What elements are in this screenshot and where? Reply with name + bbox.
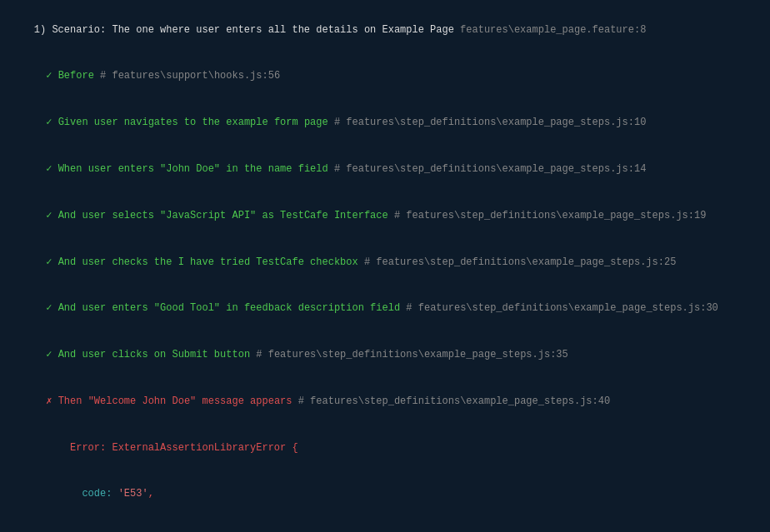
before-filepath: # features\support\hooks.js:56: [100, 70, 280, 82]
error-code-key: code:: [34, 488, 118, 500]
step-5-line: ✓ And user enters "Good Tool" in feedbac…: [10, 286, 760, 332]
error-code-line: code: 'E53',: [10, 471, 760, 518]
step-3-line: ✓ And user selects "JavaScript API" as T…: [10, 192, 760, 239]
error-code-comma: ,: [148, 488, 154, 500]
step-1-filepath: # features\step_definitions\example_page…: [334, 117, 646, 128]
step-2-filepath: # features\step_definitions\example_page…: [334, 163, 646, 175]
step-4-line: ✓ And user checks the I have tried TestC…: [10, 239, 760, 286]
scenario-number: 1) Scenario: The one where user enters a…: [34, 24, 460, 36]
step-1-line: ✓ Given user navigates to the example fo…: [10, 100, 760, 147]
step-5-rest: in feedback description field: [220, 302, 406, 314]
step-fail-filepath: # features\step_definitions\example_page…: [298, 395, 610, 407]
step-4-filepath: # features\step_definitions\example_page…: [364, 256, 676, 268]
error-code-val: 'E53': [118, 488, 148, 500]
step-2-line: ✓ When user enters "John Doe" in the nam…: [10, 146, 760, 192]
step-2-quote1: "John Doe": [160, 163, 220, 175]
cross-icon: ✗ Then: [34, 395, 88, 407]
error-label-text: Error: ExternalAssertionLibraryError {: [34, 442, 298, 454]
check-icon: ✓ Before: [34, 70, 100, 82]
step-fail-line: ✗ Then "Welcome John Doe" message appear…: [10, 378, 760, 425]
step-5-filepath: # features\step_definitions\example_page…: [406, 302, 718, 314]
step-3-quote: "JavaScript API": [160, 210, 256, 221]
step-6-filepath: # features\step_definitions\example_page…: [256, 349, 568, 360]
step-6-check: ✓ And user clicks on Submit button: [34, 349, 256, 360]
step-3-check: ✓ And user selects: [34, 210, 160, 221]
step-2-check: ✓ When user enters: [34, 163, 160, 175]
step-2-rest: in the name field: [220, 163, 334, 175]
step-before-line: ✓ Before # features\support\hooks.js:56: [10, 53, 760, 100]
step-1-check: ✓ Given user navigates to the example fo…: [34, 117, 334, 128]
step-3-rest: as TestCafe Interface: [256, 210, 394, 221]
step-fail-rest: message appears: [196, 395, 298, 407]
step-5-quote: "Good Tool": [154, 302, 220, 314]
step-5-check: ✓ And user enters: [34, 302, 154, 314]
step-fail-quote: "Welcome John Doe": [88, 395, 197, 407]
scenario-header-line: 1) Scenario: The one where user enters a…: [10, 7, 760, 53]
step-4-check: ✓ And user checks the I have tried TestC…: [34, 256, 364, 268]
step-6-line: ✓ And user clicks on Submit button # fea…: [10, 331, 760, 378]
error-label-line: Error: ExternalAssertionLibraryError {: [10, 425, 760, 471]
step-3-filepath: # features\step_definitions\example_page…: [394, 210, 706, 221]
terminal-output: 1) Scenario: The one where user enters a…: [10, 7, 760, 532]
scenario-filepath: features\example_page.feature:8: [460, 24, 646, 36]
error-isTestCafe-line: isTestCafeError: true,: [10, 518, 760, 532]
